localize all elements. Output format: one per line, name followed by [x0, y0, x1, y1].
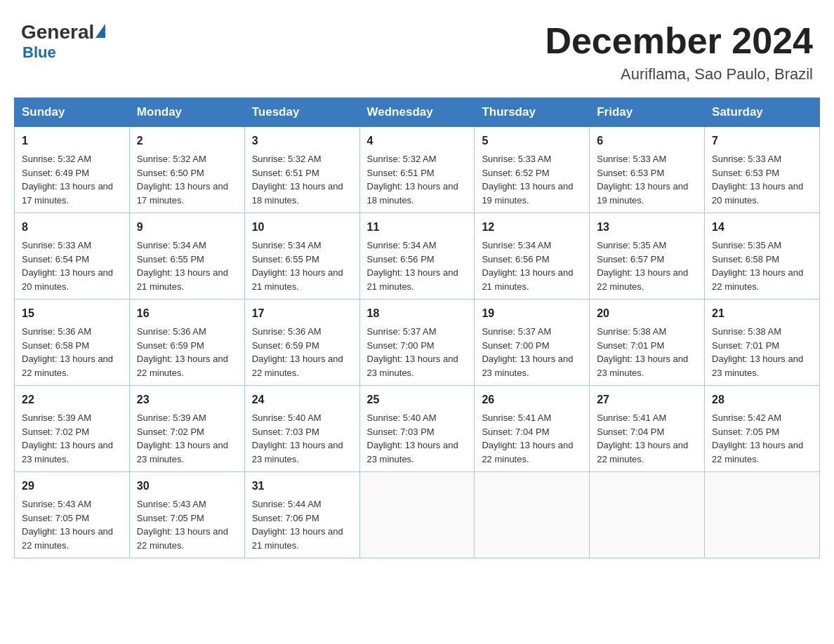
sunrise-text: Sunrise: 5:32 AM: [252, 152, 352, 166]
calendar-day-cell: 23Sunrise: 5:39 AMSunset: 7:02 PMDayligh…: [129, 386, 244, 472]
title-block: December 2024 Auriflama, Sao Paulo, Braz…: [545, 21, 813, 83]
day-number: 24: [252, 391, 352, 408]
sunset-text: Sunset: 7:03 PM: [252, 425, 352, 439]
sunrise-text: Sunrise: 5:38 AM: [597, 325, 697, 339]
daylight-text: Daylight: 13 hours and 23 minutes.: [482, 352, 582, 380]
sunrise-text: Sunrise: 5:36 AM: [22, 325, 122, 339]
daylight-text: Daylight: 13 hours and 23 minutes.: [367, 438, 468, 466]
sunrise-text: Sunrise: 5:41 AM: [597, 411, 697, 425]
calendar-weekday-sunday: Sunday: [15, 98, 130, 127]
sunset-text: Sunset: 6:59 PM: [252, 339, 352, 353]
daylight-text: Daylight: 13 hours and 23 minutes.: [367, 352, 468, 380]
day-number: 31: [252, 478, 352, 495]
daylight-text: Daylight: 13 hours and 21 minutes.: [482, 266, 582, 293]
day-number: 5: [482, 133, 582, 149]
daylight-text: Daylight: 13 hours and 21 minutes.: [252, 266, 352, 293]
day-number: 14: [712, 219, 812, 236]
calendar-day-cell: 10Sunrise: 5:34 AMSunset: 6:55 PMDayligh…: [244, 213, 359, 300]
calendar-day-cell: [475, 472, 590, 558]
calendar-day-cell: 30Sunrise: 5:43 AMSunset: 7:05 PMDayligh…: [129, 472, 244, 558]
calendar-weekday-friday: Friday: [590, 98, 705, 127]
logo-triangle-icon: [95, 24, 105, 38]
daylight-text: Daylight: 13 hours and 18 minutes.: [252, 180, 352, 207]
day-number: 29: [22, 478, 122, 495]
sunrise-text: Sunrise: 5:34 AM: [252, 239, 352, 253]
day-number: 3: [252, 133, 352, 149]
calendar-day-cell: 14Sunrise: 5:35 AMSunset: 6:58 PMDayligh…: [705, 213, 820, 300]
location-title: Auriflama, Sao Paulo, Brazil: [545, 65, 813, 83]
day-number: 28: [712, 391, 812, 408]
sunrise-text: Sunrise: 5:33 AM: [22, 239, 122, 253]
sunset-text: Sunset: 7:05 PM: [712, 425, 812, 439]
calendar-day-cell: 17Sunrise: 5:36 AMSunset: 6:59 PMDayligh…: [244, 300, 359, 386]
calendar-week-row: 22Sunrise: 5:39 AMSunset: 7:02 PMDayligh…: [15, 386, 820, 472]
day-number: 2: [137, 133, 237, 149]
day-number: 6: [597, 133, 697, 149]
sunset-text: Sunset: 6:59 PM: [137, 339, 237, 353]
day-number: 7: [712, 133, 812, 149]
calendar-day-cell: 3Sunrise: 5:32 AMSunset: 6:51 PMDaylight…: [244, 127, 359, 213]
day-number: 26: [482, 391, 582, 408]
sunrise-text: Sunrise: 5:38 AM: [712, 325, 812, 339]
sunrise-text: Sunrise: 5:33 AM: [482, 152, 582, 166]
logo-general-text: General: [21, 21, 94, 43]
sunset-text: Sunset: 7:05 PM: [22, 511, 122, 525]
daylight-text: Daylight: 13 hours and 22 minutes.: [482, 438, 582, 466]
calendar-weekday-monday: Monday: [129, 98, 244, 127]
calendar-day-cell: 11Sunrise: 5:34 AMSunset: 6:56 PMDayligh…: [359, 213, 475, 300]
sunset-text: Sunset: 7:02 PM: [22, 425, 122, 439]
calendar-day-cell: 31Sunrise: 5:44 AMSunset: 7:06 PMDayligh…: [244, 472, 359, 558]
sunset-text: Sunset: 6:57 PM: [597, 253, 697, 267]
daylight-text: Daylight: 13 hours and 17 minutes.: [137, 180, 237, 207]
sunset-text: Sunset: 6:58 PM: [22, 339, 122, 353]
day-number: 15: [22, 305, 122, 322]
sunset-text: Sunset: 6:52 PM: [482, 166, 582, 180]
day-number: 20: [597, 305, 697, 322]
day-number: 4: [367, 133, 468, 149]
day-number: 9: [137, 219, 237, 236]
sunrise-text: Sunrise: 5:39 AM: [22, 411, 122, 425]
calendar-day-cell: 21Sunrise: 5:38 AMSunset: 7:01 PMDayligh…: [705, 300, 820, 386]
sunset-text: Sunset: 7:04 PM: [482, 425, 582, 439]
sunset-text: Sunset: 7:02 PM: [137, 425, 237, 439]
day-number: 19: [482, 305, 582, 322]
daylight-text: Daylight: 13 hours and 19 minutes.: [482, 180, 582, 207]
calendar-day-cell: 1Sunrise: 5:32 AMSunset: 6:49 PMDaylight…: [15, 127, 130, 213]
daylight-text: Daylight: 13 hours and 23 minutes.: [137, 438, 237, 466]
sunset-text: Sunset: 7:04 PM: [597, 425, 697, 439]
sunrise-text: Sunrise: 5:40 AM: [252, 411, 352, 425]
sunrise-text: Sunrise: 5:34 AM: [137, 239, 237, 253]
sunset-text: Sunset: 6:55 PM: [137, 253, 237, 267]
sunset-text: Sunset: 7:03 PM: [367, 425, 468, 439]
sunset-text: Sunset: 6:56 PM: [367, 253, 468, 267]
calendar-day-cell: 28Sunrise: 5:42 AMSunset: 7:05 PMDayligh…: [705, 386, 820, 472]
day-number: 1: [22, 133, 122, 149]
calendar-day-cell: 12Sunrise: 5:34 AMSunset: 6:56 PMDayligh…: [475, 213, 590, 300]
logo-blue-text: Blue: [22, 43, 56, 62]
day-number: 30: [137, 478, 237, 495]
calendar-week-row: 15Sunrise: 5:36 AMSunset: 6:58 PMDayligh…: [15, 300, 820, 386]
sunset-text: Sunset: 6:49 PM: [22, 166, 122, 180]
day-number: 8: [22, 219, 122, 236]
sunset-text: Sunset: 7:01 PM: [597, 339, 697, 353]
day-number: 13: [597, 219, 697, 236]
day-number: 18: [367, 305, 468, 322]
daylight-text: Daylight: 13 hours and 20 minutes.: [22, 266, 122, 293]
daylight-text: Daylight: 13 hours and 22 minutes.: [137, 352, 237, 380]
calendar-day-cell: 18Sunrise: 5:37 AMSunset: 7:00 PMDayligh…: [359, 300, 475, 386]
logo: General Blue: [21, 21, 105, 62]
sunset-text: Sunset: 6:50 PM: [137, 166, 237, 180]
day-number: 17: [252, 305, 352, 322]
sunrise-text: Sunrise: 5:40 AM: [367, 411, 468, 425]
calendar-day-cell: 8Sunrise: 5:33 AMSunset: 6:54 PMDaylight…: [15, 213, 130, 300]
daylight-text: Daylight: 13 hours and 23 minutes.: [252, 438, 352, 466]
month-title: December 2024: [545, 21, 813, 61]
day-number: 10: [252, 219, 352, 236]
calendar-day-cell: 9Sunrise: 5:34 AMSunset: 6:55 PMDaylight…: [129, 213, 244, 300]
calendar-week-row: 8Sunrise: 5:33 AMSunset: 6:54 PMDaylight…: [15, 213, 820, 300]
sunrise-text: Sunrise: 5:35 AM: [597, 239, 697, 253]
sunrise-text: Sunrise: 5:44 AM: [252, 497, 352, 511]
daylight-text: Daylight: 13 hours and 23 minutes.: [597, 352, 697, 380]
sunset-text: Sunset: 6:51 PM: [252, 166, 352, 180]
sunset-text: Sunset: 6:55 PM: [252, 253, 352, 267]
